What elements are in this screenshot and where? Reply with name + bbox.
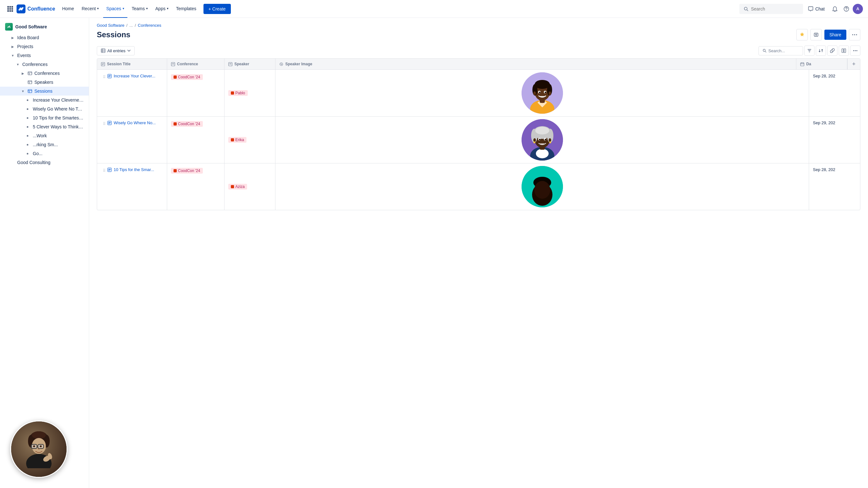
nav-spaces[interactable]: Spaces ▾ [103, 0, 127, 18]
db-search-button[interactable]: Search... [758, 46, 803, 55]
session-title-link[interactable]: Increase Your Clever... [107, 73, 155, 79]
more-options-button[interactable] [850, 45, 860, 56]
sidebar-item-session7[interactable]: Go... [0, 149, 89, 158]
svg-point-25 [852, 34, 854, 35]
session-title-link[interactable]: 10 Tips for the Smar... [107, 167, 154, 172]
speaker-tag[interactable]: Aziza [228, 184, 247, 189]
breadcrumb-section[interactable]: Conferences [138, 23, 161, 28]
nav-teams[interactable]: Teams ▾ [129, 0, 151, 18]
sidebar-item-conferences-db[interactable]: ▶ Conferences [0, 69, 89, 78]
confluence-logo[interactable]: Confluence [17, 4, 55, 13]
svg-rect-0 [7, 6, 9, 8]
sidebar-label: Events [17, 53, 84, 58]
db-icon [27, 89, 32, 94]
speaker-image-cell [275, 70, 809, 116]
svg-point-70 [533, 91, 536, 95]
conference-tag[interactable]: CoodCon '24 [171, 121, 203, 127]
doc-icon [107, 74, 112, 79]
speaker-cell: Erika [224, 117, 275, 163]
col-speaker-image[interactable]: Speaker Image [275, 59, 796, 69]
tag-color-icon [231, 91, 234, 95]
space-header[interactable]: Good Software [0, 20, 89, 33]
sidebar-item-session1[interactable]: Increase Your Cleverness with Cl... [0, 96, 89, 104]
sidebar-item-events[interactable]: ▼ Events [0, 51, 89, 60]
breadcrumb-sep2: / [135, 23, 136, 28]
conference-tag[interactable]: CoodCon '24 [171, 74, 203, 80]
sidebar-item-session3[interactable]: 10 Tips for the Smartest Teams [0, 113, 89, 122]
session-title-link[interactable]: Wisely Go Where No... [107, 120, 156, 125]
tag-color-icon [174, 122, 177, 125]
sidebar-item-sessions[interactable]: ▼ Sessions [0, 87, 89, 96]
more-button[interactable] [849, 29, 860, 40]
sidebar-item-session6[interactable]: ...rking Sm... [0, 140, 89, 149]
sidebar-item-speakers[interactable]: ▶ Speakers [0, 78, 89, 87]
user-avatar[interactable]: A [853, 4, 863, 14]
help-button[interactable] [841, 4, 851, 14]
col-conference[interactable]: Conference [167, 59, 224, 69]
link-button[interactable] [827, 45, 837, 56]
dot-icon [27, 153, 28, 154]
sort-button[interactable] [816, 45, 826, 56]
db-search-label: Search... [768, 49, 785, 53]
star-button[interactable] [796, 29, 808, 40]
expand-icon: ▶ [10, 35, 15, 40]
svg-point-24 [815, 34, 817, 35]
search-icon [763, 49, 767, 53]
filter-button[interactable] [804, 45, 814, 56]
help-icon [843, 6, 849, 12]
nav-home[interactable]: Home [59, 0, 77, 18]
page-actions: Share [796, 29, 860, 40]
apps-caret: ▾ [167, 7, 168, 10]
conference-cell: CoodCon '24 [167, 163, 224, 210]
sidebar-item-session5[interactable]: ...Work [0, 131, 89, 140]
nav-recent[interactable]: Recent ▾ [78, 0, 101, 18]
add-column-button[interactable]: + [847, 59, 860, 69]
col-date[interactable]: Da [796, 59, 847, 69]
view-selector[interactable]: All entries [97, 46, 135, 55]
watch-button[interactable] [810, 29, 822, 40]
svg-rect-28 [101, 49, 105, 53]
webcam-feed [11, 421, 66, 477]
sidebar-item-session4[interactable]: 5 Clever Ways to Think About To... [0, 122, 89, 131]
layout-button[interactable] [839, 45, 849, 56]
create-button[interactable]: + Create [204, 4, 231, 14]
drag-handle[interactable]: ⠿ [101, 73, 107, 81]
speaker-image-cell [275, 117, 809, 163]
svg-point-37 [857, 50, 858, 51]
drag-handle[interactable]: ⠿ [101, 120, 107, 127]
col-session-title[interactable]: Session Title [97, 59, 167, 69]
sidebar-item-good-consulting[interactable]: ▶ Good Consulting [0, 158, 89, 167]
speaker-tag[interactable]: Erika [228, 137, 246, 143]
sidebar: Good Software ▶ Idea Board ▶ Projects ▼ … [0, 18, 89, 488]
svg-point-36 [855, 50, 856, 51]
breadcrumb-space[interactable]: Good Software [97, 23, 124, 28]
col-speaker[interactable]: Speaker [224, 59, 275, 69]
tag-col-icon [171, 62, 175, 66]
nav-templates[interactable]: Templates [173, 0, 199, 18]
space-name: Good Software [15, 24, 47, 29]
svg-point-27 [856, 34, 857, 35]
app-switcher-button[interactable] [5, 4, 15, 14]
notifications-button[interactable] [830, 4, 840, 14]
sidebar-item-conferences-section[interactable]: ▼ Conferences [0, 60, 89, 69]
sidebar-item-projects[interactable]: ▶ Projects [0, 42, 89, 51]
svg-rect-34 [844, 49, 846, 53]
sidebar-item-idea-board[interactable]: ▶ Idea Board [0, 33, 89, 42]
global-search[interactable] [739, 4, 803, 14]
sidebar-label: Sessions [34, 89, 84, 94]
chat-button[interactable]: Chat [804, 4, 829, 13]
svg-point-32 [763, 50, 766, 52]
sidebar-item-session2[interactable]: Wisely Go Where No Team Has ... [0, 104, 89, 113]
svg-point-90 [539, 139, 540, 141]
share-button[interactable]: Share [825, 30, 846, 40]
search-input[interactable] [751, 6, 789, 11]
tag-color-icon [231, 185, 234, 188]
expand-icon: ▼ [15, 62, 20, 67]
teams-caret: ▾ [146, 7, 148, 10]
sidebar-label: Wisely Go Where No Team Has ... [33, 106, 84, 112]
nav-apps[interactable]: Apps ▾ [152, 0, 172, 18]
speaker-tag[interactable]: Pablo [228, 90, 248, 96]
sidebar-label: ...Work [33, 133, 84, 138]
drag-handle[interactable]: ⠿ [101, 167, 107, 174]
conference-tag[interactable]: CoodCon '24 [171, 168, 203, 174]
